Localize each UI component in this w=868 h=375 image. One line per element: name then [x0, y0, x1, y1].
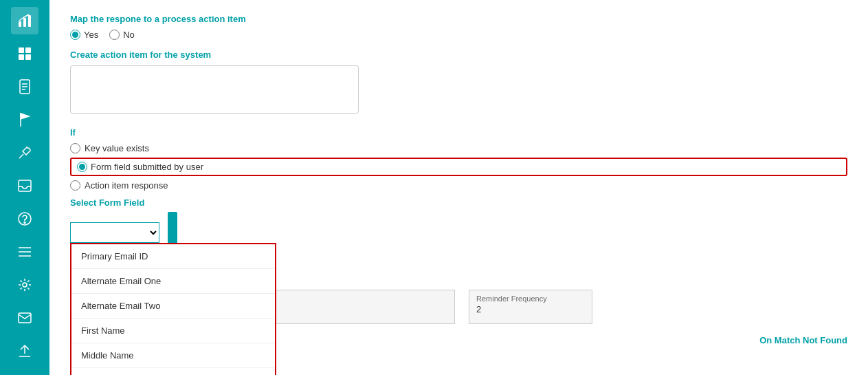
form-field-dropdown-wrapper: Primary Email ID Alternate Email One Alt… [70, 222, 159, 243]
select-form-field-label: Select Form Field [70, 197, 847, 208]
main-content: Map the respone to a process action item… [49, 0, 868, 375]
help-icon[interactable] [11, 205, 38, 233]
map-response-radio-group: Yes No [70, 30, 847, 40]
key-value-radio-item[interactable]: Key value exists [70, 143, 847, 153]
dropdown-item-alt-email-one[interactable]: Alternate Email One [71, 269, 275, 294]
map-response-section: Map the respone to a process action item… [70, 14, 847, 40]
svg-rect-13 [19, 180, 31, 191]
form-field-label: Form field submitted by user [91, 162, 203, 172]
reminder-freq-box: Reminder Frequency 2 [469, 290, 592, 324]
dropdown-item-middle-name[interactable]: Middle Name [71, 343, 275, 368]
no-radio[interactable] [109, 30, 120, 40]
dropdown-item-first-name[interactable]: First Name [71, 319, 275, 343]
form-field-option-highlighted: Form field submitted by user [70, 158, 847, 176]
select-form-field-section: Select Form Field Primary Email ID Alter… [70, 197, 847, 253]
document-icon[interactable] [11, 73, 38, 100]
tool-icon[interactable] [11, 139, 38, 167]
if-options: Key value exists Form field submitted by… [70, 143, 847, 191]
dropdown-scroll: Primary Email ID Alternate Email One Alt… [71, 244, 275, 375]
if-section: If Key value exists Form field submitted… [70, 127, 847, 253]
flag-icon[interactable] [11, 106, 38, 133]
no-radio-item[interactable]: No [109, 30, 135, 40]
if-label: If [70, 127, 847, 138]
create-action-input[interactable] [70, 65, 359, 114]
svg-rect-2 [28, 15, 31, 27]
action-item-radio[interactable] [70, 180, 80, 191]
svg-rect-4 [25, 47, 31, 53]
create-action-section: Create action item for the system [70, 50, 847, 127]
form-field-radio-item[interactable]: Form field submitted by user [77, 162, 203, 172]
sidebar [0, 0, 49, 375]
svg-rect-6 [25, 54, 31, 60]
yes-label: Yes [84, 30, 98, 40]
reminder-freq-value: 2 [476, 304, 585, 314]
create-action-label: Create action item for the system [70, 50, 847, 60]
map-response-label: Map the respone to a process action item [70, 14, 847, 24]
reminder-freq-label: Reminder Frequency [476, 294, 585, 303]
form-field-select[interactable] [70, 222, 159, 243]
email-icon[interactable] [11, 304, 38, 332]
svg-rect-0 [19, 21, 21, 27]
action-item-radio-item[interactable]: Action item response [70, 180, 847, 191]
list-icon[interactable] [11, 238, 38, 266]
key-value-radio[interactable] [70, 143, 80, 153]
action-item-label: Action item response [85, 180, 168, 191]
svg-rect-5 [19, 54, 24, 60]
settings-icon[interactable] [11, 271, 38, 299]
dropdown-item-last-name[interactable]: Last Name [71, 368, 275, 375]
no-label: No [123, 30, 135, 40]
svg-line-12 [19, 154, 23, 158]
form-field-radio[interactable] [77, 162, 87, 172]
yes-radio[interactable] [70, 30, 80, 40]
key-value-label: Key value exists [85, 143, 149, 153]
grid-icon[interactable] [11, 40, 38, 67]
on-match-not-found-title: On Match Not Found [759, 335, 847, 345]
chart-icon[interactable] [11, 7, 38, 34]
dropdown-item-alt-email-two[interactable]: Alternate Email Two [71, 294, 275, 319]
upload-icon[interactable] [11, 337, 38, 365]
yes-radio-item[interactable]: Yes [70, 30, 98, 40]
svg-rect-20 [19, 313, 31, 323]
svg-rect-3 [19, 47, 24, 53]
svg-point-19 [23, 283, 27, 287]
svg-point-15 [24, 222, 25, 224]
svg-rect-1 [23, 18, 26, 27]
form-field-dropdown-list: Primary Email ID Alternate Email One Alt… [70, 243, 276, 375]
inbox-icon[interactable] [11, 172, 38, 200]
form-field-row: Primary Email ID Alternate Email One Alt… [70, 212, 847, 253]
dropdown-item-primary-email[interactable]: Primary Email ID [71, 244, 275, 269]
